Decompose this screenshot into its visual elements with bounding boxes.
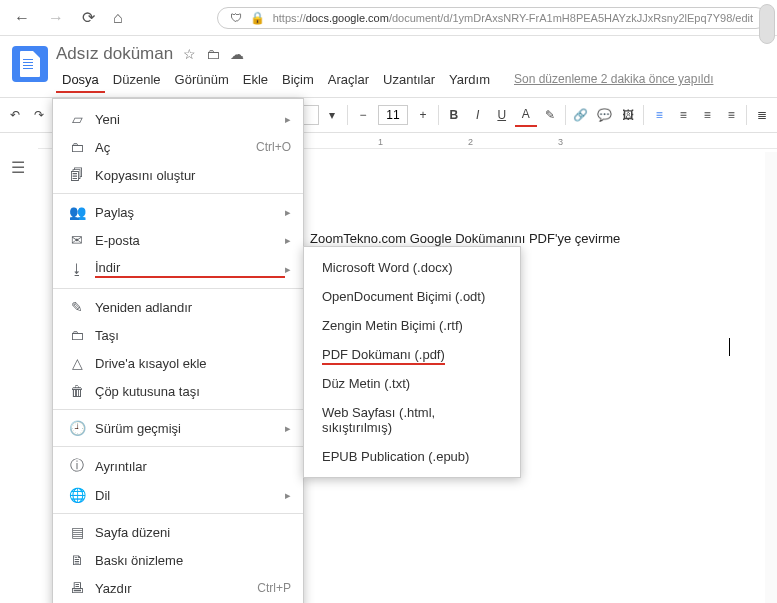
chevron-right-icon: ▸ bbox=[285, 489, 291, 502]
outline-icon[interactable]: ☰ bbox=[3, 152, 33, 182]
drive-icon: △ bbox=[65, 355, 89, 371]
right-panel bbox=[765, 152, 777, 603]
menu-view[interactable]: Görünüm bbox=[169, 68, 235, 93]
line-spacing-button[interactable]: ≣ bbox=[751, 103, 773, 127]
link-button[interactable]: 🔗 bbox=[569, 103, 591, 127]
doc-title[interactable]: Adsız doküman bbox=[56, 44, 173, 64]
font-size-minus[interactable]: − bbox=[352, 103, 374, 127]
menu-item-label: Dil bbox=[95, 488, 285, 503]
download-option[interactable]: PDF Dokümanı (.pdf) bbox=[304, 340, 520, 369]
image-button[interactable]: 🖼 bbox=[617, 103, 639, 127]
history-icon: 🕘 bbox=[65, 420, 89, 436]
menu-item-label: Ayrıntılar bbox=[95, 459, 291, 474]
last-edit[interactable]: Son düzenleme 2 dakika önce yapıldı bbox=[508, 68, 719, 93]
move-icon[interactable]: 🗀 bbox=[206, 46, 220, 62]
menu-item-label: Yeni bbox=[95, 112, 285, 127]
page-icon: ▤ bbox=[65, 524, 89, 540]
scrollbar-thumb[interactable] bbox=[759, 4, 775, 44]
bold-button[interactable]: B bbox=[443, 103, 465, 127]
menu-item-label: Taşı bbox=[95, 328, 291, 343]
menu-edit[interactable]: Düzenle bbox=[107, 68, 167, 93]
redo-button[interactable]: ↷ bbox=[28, 103, 50, 127]
menu-format[interactable]: Biçim bbox=[276, 68, 320, 93]
file-menu: ▱Yeni▸🗀AçCtrl+O🗐Kopyasını oluştur👥Paylaş… bbox=[52, 98, 304, 603]
menu-insert[interactable]: Ekle bbox=[237, 68, 274, 93]
font-size-input[interactable]: 11 bbox=[378, 105, 408, 125]
file-menu-ta-[interactable]: 🗀Taşı bbox=[53, 321, 303, 349]
file-menu-yeniden-adland-r[interactable]: ✎Yeniden adlandır bbox=[53, 293, 303, 321]
file-menu-dil[interactable]: 🌐Dil▸ bbox=[53, 481, 303, 509]
chevron-right-icon: ▸ bbox=[285, 234, 291, 247]
docs-logo[interactable] bbox=[12, 46, 48, 82]
header: Adsız doküman ☆ 🗀 ☁ Dosya Düzenle Görünü… bbox=[0, 36, 777, 93]
forward-button[interactable]: → bbox=[44, 7, 68, 29]
download-option[interactable]: Microsoft Word (.docx) bbox=[304, 253, 520, 282]
menu-item-label: E-posta bbox=[95, 233, 285, 248]
undo-button[interactable]: ↶ bbox=[4, 103, 26, 127]
cloud-icon[interactable]: ☁ bbox=[230, 46, 244, 62]
menu-item-label: Çöp kutusuna taşı bbox=[95, 384, 291, 399]
file-menu-yeni[interactable]: ▱Yeni▸ bbox=[53, 105, 303, 133]
star-icon[interactable]: ☆ bbox=[183, 46, 196, 62]
trash-icon: 🗑 bbox=[65, 383, 89, 399]
rename-icon: ✎ bbox=[65, 299, 89, 315]
menu-addons[interactable]: Uzantılar bbox=[377, 68, 441, 93]
chevron-right-icon: ▸ bbox=[285, 263, 291, 276]
menu-help[interactable]: Yardım bbox=[443, 68, 496, 93]
align-justify-button[interactable]: ≡ bbox=[720, 103, 742, 127]
file-menu-i-ndir[interactable]: ⭳İndir▸ bbox=[53, 254, 303, 284]
file-menu-ayr-nt-lar[interactable]: ⓘAyrıntılar bbox=[53, 451, 303, 481]
italic-button[interactable]: I bbox=[467, 103, 489, 127]
back-button[interactable]: ← bbox=[10, 7, 34, 29]
align-center-button[interactable]: ≡ bbox=[672, 103, 694, 127]
underline-button[interactable]: U bbox=[491, 103, 513, 127]
download-option[interactable]: Zengin Metin Biçimi (.rtf) bbox=[304, 311, 520, 340]
url-bar[interactable]: 🛡 🔒 https://docs.google.com/document/d/1… bbox=[217, 7, 767, 29]
download-option[interactable]: OpenDocument Biçimi (.odt) bbox=[304, 282, 520, 311]
url-text: https://docs.google.com/document/d/1ymDr… bbox=[273, 12, 753, 24]
file-menu-a-[interactable]: 🗀AçCtrl+O bbox=[53, 133, 303, 161]
highlight-button[interactable]: ✎ bbox=[539, 103, 561, 127]
file-menu--p-kutusuna-ta-[interactable]: 🗑Çöp kutusuna taşı bbox=[53, 377, 303, 405]
menu-item-label: Sayfa düzeni bbox=[95, 525, 291, 540]
comment-button[interactable]: 💬 bbox=[593, 103, 615, 127]
file-menu-payla-[interactable]: 👥Paylaş▸ bbox=[53, 198, 303, 226]
file-menu-yazd-r[interactable]: 🖶YazdırCtrl+P bbox=[53, 574, 303, 602]
globe-icon: 🌐 bbox=[65, 487, 89, 503]
download-option[interactable]: Düz Metin (.txt) bbox=[304, 369, 520, 398]
menu-item-label: İndir bbox=[95, 260, 285, 278]
info-icon: ⓘ bbox=[65, 457, 89, 475]
left-sidebar: ☰ bbox=[0, 152, 36, 182]
download-submenu: Microsoft Word (.docx)OpenDocument Biçim… bbox=[303, 246, 521, 478]
home-button[interactable]: ⌂ bbox=[109, 7, 127, 29]
align-right-button[interactable]: ≡ bbox=[696, 103, 718, 127]
file-menu-drive-a-k-sayol-ekle[interactable]: △Drive'a kısayol ekle bbox=[53, 349, 303, 377]
file-menu-bask-nizleme[interactable]: 🗎Baskı önizleme bbox=[53, 546, 303, 574]
text-color-button[interactable]: A bbox=[515, 103, 537, 127]
file-menu-e-posta[interactable]: ✉E-posta▸ bbox=[53, 226, 303, 254]
folder-open-icon: 🗀 bbox=[65, 139, 89, 155]
file-new-icon: ▱ bbox=[65, 111, 89, 127]
download-option[interactable]: EPUB Publication (.epub) bbox=[304, 442, 520, 471]
file-menu-s-r-m-ge-mi-i[interactable]: 🕘Sürüm geçmişi▸ bbox=[53, 414, 303, 442]
menu-item-label: Aç bbox=[95, 140, 256, 155]
menu-item-label: Sürüm geçmişi bbox=[95, 421, 285, 436]
align-left-button[interactable]: ≡ bbox=[648, 103, 670, 127]
menu-item-label: Paylaş bbox=[95, 205, 285, 220]
font-size-plus[interactable]: + bbox=[412, 103, 434, 127]
file-menu-kopyas-n-olu-tur[interactable]: 🗐Kopyasını oluştur bbox=[53, 161, 303, 189]
lock-icon: 🔒 bbox=[250, 11, 265, 25]
menu-file[interactable]: Dosya bbox=[56, 68, 105, 93]
reload-button[interactable]: ⟳ bbox=[78, 6, 99, 29]
mail-icon: ✉ bbox=[65, 232, 89, 248]
menu-tools[interactable]: Araçlar bbox=[322, 68, 375, 93]
file-menu-sayfa-d-zeni[interactable]: ▤Sayfa düzeni bbox=[53, 518, 303, 546]
chevron-right-icon: ▸ bbox=[285, 113, 291, 126]
shield-icon: 🛡 bbox=[230, 11, 242, 25]
copy-icon: 🗐 bbox=[65, 167, 89, 183]
download-option[interactable]: Web Sayfası (.html, sıkıştırılmış) bbox=[304, 398, 520, 442]
download-icon: ⭳ bbox=[65, 261, 89, 277]
chevron-right-icon: ▸ bbox=[285, 206, 291, 219]
browser-bar: ← → ⟳ ⌂ 🛡 🔒 https://docs.google.com/docu… bbox=[0, 0, 777, 36]
move-icon: 🗀 bbox=[65, 327, 89, 343]
